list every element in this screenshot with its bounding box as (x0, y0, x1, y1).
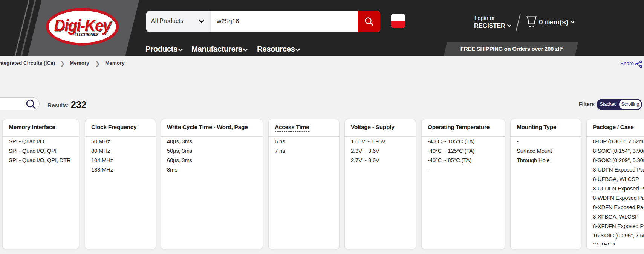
svg-text:Digi-Key: Digi-Key (54, 16, 112, 35)
svg-text:ELECTRONICS: ELECTRONICS (75, 32, 99, 37)
svg-text:®: ® (110, 20, 113, 24)
